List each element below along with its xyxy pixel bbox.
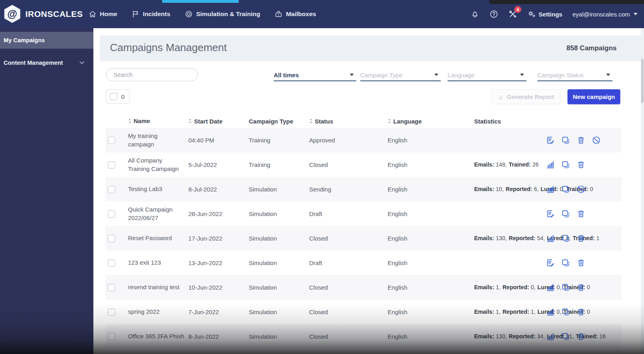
- nav-item-home[interactable]: Home: [89, 10, 117, 18]
- nav-item-incidents[interactable]: Incidents: [132, 10, 170, 18]
- language-text: English: [388, 284, 407, 291]
- stat-label: Emails:: [474, 284, 494, 290]
- column-header-name[interactable]: Name: [128, 117, 188, 125]
- language-select[interactable]: Language: [448, 69, 526, 81]
- duplicate-icon[interactable]: [561, 234, 570, 243]
- tools-menu[interactable]: 4: [508, 10, 517, 19]
- status-text: Closed: [309, 235, 328, 242]
- cell-name: All Company Training Campaign: [128, 156, 188, 173]
- cell-status: Closed: [309, 284, 388, 291]
- delete-icon[interactable]: [576, 283, 586, 292]
- new-campaign-button[interactable]: New campaign: [568, 89, 620, 104]
- table-body: My training campaign04:40 PMTrainingAppr…: [105, 128, 622, 349]
- edit-icon[interactable]: [546, 209, 555, 218]
- language-text: English: [388, 259, 407, 266]
- stat-value: 1,: [496, 284, 501, 290]
- row-checkbox[interactable]: [108, 210, 115, 218]
- cell-type: Simulation: [249, 186, 309, 193]
- edit-icon[interactable]: [546, 136, 555, 145]
- column-header-status[interactable]: Status: [309, 118, 388, 125]
- column-label: Language: [393, 118, 422, 125]
- cell-statistics: Emails:130,Reported:54,Lured:8,Trained:1: [474, 235, 543, 242]
- sort-icon: [309, 118, 313, 124]
- user-menu[interactable]: eyal@ironscales.com: [572, 11, 638, 18]
- new-campaign-label: New campaign: [573, 93, 615, 100]
- user-email: eyal@ironscales.com: [572, 11, 630, 18]
- duplicate-icon[interactable]: [561, 332, 570, 341]
- sidebar-item-content-management[interactable]: Content Management: [0, 59, 93, 66]
- mailbox-icon: [275, 10, 283, 18]
- delete-icon[interactable]: [576, 209, 586, 218]
- row-checkbox[interactable]: [108, 235, 115, 242]
- edit-icon[interactable]: [546, 258, 555, 268]
- row-checkbox[interactable]: [108, 309, 115, 316]
- nav-item-mailboxes[interactable]: Mailboxes: [275, 10, 316, 18]
- scrollbar-thumb[interactable]: [641, 59, 644, 103]
- nav-item-simulation-training[interactable]: Simulation & Training: [185, 10, 260, 18]
- type-text: Simulation: [249, 210, 277, 217]
- row-checkbox[interactable]: [108, 259, 115, 267]
- caret-down-icon: [606, 74, 610, 76]
- chart-icon[interactable]: [546, 307, 555, 317]
- bell-icon[interactable]: [471, 10, 479, 19]
- column-label: Statistics: [474, 118, 501, 125]
- delete-icon[interactable]: [576, 258, 586, 268]
- sidebar-item-my-campaigns[interactable]: My Campaigns: [0, 32, 93, 49]
- block-icon[interactable]: [576, 185, 586, 194]
- target-icon: [185, 10, 193, 18]
- column-header-language[interactable]: Language: [388, 118, 474, 125]
- row-checkbox[interactable]: [108, 284, 115, 291]
- cell-type: Simulation: [249, 333, 309, 340]
- chart-icon[interactable]: [546, 185, 555, 194]
- block-icon[interactable]: [592, 136, 601, 145]
- duplicate-icon[interactable]: [561, 283, 570, 292]
- status-text: Closed: [309, 333, 328, 340]
- cell-name: Testing Lab3: [128, 185, 188, 193]
- name-text: All Company Training Campaign: [128, 156, 184, 173]
- search-input[interactable]: [114, 71, 194, 78]
- delete-icon[interactable]: [576, 332, 586, 341]
- nav-item-label: Mailboxes: [286, 10, 316, 18]
- cell-type: Simulation: [249, 284, 309, 291]
- row-check-cell: [105, 161, 128, 169]
- settings-menu[interactable]: Settings: [527, 10, 562, 19]
- chart-icon[interactable]: [546, 283, 555, 292]
- help-icon[interactable]: [489, 10, 498, 19]
- row-checkbox[interactable]: [108, 137, 115, 144]
- generate-report-label: Generate Report: [507, 93, 554, 100]
- column-header-start-date[interactable]: Start Date: [188, 118, 249, 125]
- delete-icon[interactable]: [576, 160, 586, 169]
- cell-start-date: 28-Jun-2022: [188, 210, 249, 217]
- time-filter-select[interactable]: All times: [274, 69, 356, 81]
- row-check-cell: [105, 235, 128, 242]
- type-text: Simulation: [249, 333, 277, 340]
- duplicate-icon[interactable]: [561, 160, 570, 169]
- campaign-type-select[interactable]: Campaign Type: [360, 69, 441, 81]
- scrollbar[interactable]: [641, 28, 644, 354]
- campaign-status-select[interactable]: Campaign Status: [537, 69, 613, 81]
- duplicate-icon[interactable]: [561, 258, 570, 268]
- search-box: [106, 68, 198, 81]
- row-checkbox[interactable]: [108, 161, 115, 169]
- generate-report-button[interactable]: Generate Report: [491, 89, 560, 104]
- row-checkbox[interactable]: [108, 333, 115, 340]
- chart-icon[interactable]: [546, 234, 555, 243]
- chart-icon[interactable]: [546, 332, 555, 341]
- row-actions: [543, 234, 622, 243]
- duplicate-icon[interactable]: [561, 185, 570, 194]
- chart-icon[interactable]: [546, 160, 555, 169]
- name-text: Reset Password: [128, 234, 172, 242]
- language-text: English: [388, 137, 407, 144]
- duplicate-icon[interactable]: [561, 209, 570, 218]
- select-all-checkbox[interactable]: [110, 93, 117, 100]
- delete-icon[interactable]: [576, 136, 586, 145]
- delete-icon[interactable]: [576, 307, 586, 317]
- duplicate-icon[interactable]: [561, 307, 570, 317]
- row-checkbox[interactable]: [108, 186, 115, 193]
- brand[interactable]: @ IRONSCALES: [3, 5, 83, 23]
- stat-label: Reported:: [509, 235, 535, 241]
- duplicate-icon[interactable]: [561, 136, 570, 145]
- report-icon: [497, 94, 504, 100]
- stat-value: 130,: [496, 235, 507, 241]
- delete-icon[interactable]: [576, 234, 586, 243]
